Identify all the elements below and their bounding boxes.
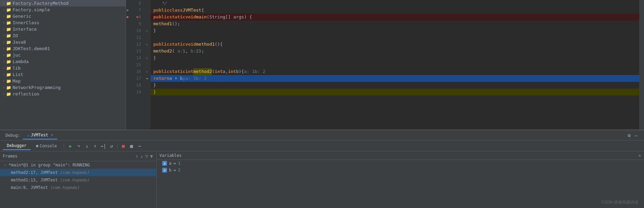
code-line-8[interactable]: public static void main(String[] args) { xyxy=(151,14,639,20)
minimize-icon[interactable]: — xyxy=(634,132,639,139)
toolbar-sep-2 xyxy=(117,143,118,149)
code-line-7[interactable]: public class JVMTest { xyxy=(151,7,639,14)
line-num-14: 14 xyxy=(126,55,143,61)
console-tab[interactable]: ▣ Console xyxy=(32,142,61,150)
debugger-tab[interactable]: Debugger xyxy=(3,142,31,150)
var-icon: p xyxy=(162,161,167,166)
vars-add-btn[interactable]: + xyxy=(639,153,641,158)
frame-item-f1[interactable]: ✓*main*@1 in group "main": RUNNING xyxy=(0,161,156,169)
variables-list: pa = 1pb = 2 xyxy=(157,160,644,208)
sidebar-item-interface[interactable]: ›📁Interface xyxy=(0,26,126,32)
run-error-icon: ▶ xyxy=(127,14,129,20)
sidebar-item-label: Java8 xyxy=(13,40,26,45)
step-over-btn[interactable]: ↷ xyxy=(75,142,82,150)
sidebar-item-factory-method[interactable]: ›📁Factory.FactoryMethod xyxy=(0,0,126,6)
folder-icon: 📁 xyxy=(6,79,11,84)
line-num-10: 10 xyxy=(126,27,143,34)
sidebar-item-io[interactable]: ›📁IO xyxy=(0,32,126,39)
top-section: ›📁Factory.FactoryMethod›📁Factory.simple›… xyxy=(0,0,644,130)
sidebar-item-label: Map xyxy=(13,78,20,84)
folder-icon: 📁 xyxy=(6,33,11,38)
sidebar-item-label: Factory.FactoryMethod xyxy=(13,1,68,6)
step-into-btn[interactable]: ↓ xyxy=(83,142,91,150)
more-options-btn[interactable]: ⋯ xyxy=(136,142,143,150)
gutter-row-10: ⊖ xyxy=(143,27,151,34)
arrow-icon: › xyxy=(3,1,5,5)
frame-item-f2[interactable]: method2:17, JVMTest (com.hspedu) xyxy=(0,169,156,176)
line-num-6: 6 xyxy=(126,0,143,7)
variables-title: Variables xyxy=(159,153,182,158)
code-line-6[interactable]: */ xyxy=(151,0,639,7)
line-num-19: 19 xyxy=(126,89,143,95)
variable-item-v2: pb = 2 xyxy=(157,167,644,174)
folder-icon: 📁 xyxy=(6,27,11,32)
sidebar-item-label: InnerClass xyxy=(13,20,39,25)
rerun-btn[interactable]: ↺ xyxy=(108,142,115,150)
close-tab-btn[interactable]: × xyxy=(51,133,53,137)
gutter-row-16: ⊖ xyxy=(143,68,151,75)
sidebar-item-label: IO xyxy=(13,33,18,38)
sidebar-item-innerclass[interactable]: ›📁InnerClass xyxy=(0,19,126,26)
debug-label: Debug: xyxy=(3,133,23,138)
gutter-row-15 xyxy=(143,61,151,68)
frame-item-f4[interactable]: main:9, JVMTest (com.hspedu) xyxy=(0,184,156,191)
code-line-9[interactable]: method1(); xyxy=(151,20,639,27)
folder-icon: 📁 xyxy=(6,14,11,19)
sidebar-item-generic[interactable]: ›📁Generic xyxy=(0,13,126,19)
editor-content: 6▶7▶❤8910111213141516171819 ⊖⊖⊖⊖→ */publ… xyxy=(126,0,644,130)
sidebar-item-lib[interactable]: ›📁lib xyxy=(0,65,126,71)
sidebar-item-map[interactable]: ›📁Map xyxy=(0,78,126,84)
sidebar-item-label: Lambda xyxy=(13,59,29,64)
frames-table-btn[interactable]: ▦ xyxy=(128,142,135,150)
code-line-15[interactable] xyxy=(151,61,639,68)
frames-header: Frames ↑ ↓ ▽ ▼ xyxy=(0,151,156,161)
code-area[interactable]: */public class JVMTest { public static v… xyxy=(151,0,639,130)
arrow-icon: › xyxy=(3,14,5,18)
sidebar-item-label: Factory.simple xyxy=(13,7,50,12)
gutter-row-9 xyxy=(143,20,151,27)
code-line-12[interactable]: public static void method1(){ xyxy=(151,41,639,48)
sidebar-item-factory-simple[interactable]: ›📁Factory.simple xyxy=(0,6,126,13)
sidebar-item-networkprogramming[interactable]: ›📁NetworkProgramming xyxy=(0,84,126,91)
stop-btn[interactable]: ■ xyxy=(120,142,127,150)
sidebar-item-reflection[interactable]: ›📁reflection xyxy=(0,91,126,97)
console-tab-label: Console xyxy=(40,144,57,148)
frame-nav: ↑ ↓ ▽ ▼ xyxy=(135,153,154,160)
settings-icon[interactable]: ⚙ xyxy=(627,132,631,139)
fold-marker: ⊖ xyxy=(146,56,148,60)
jvmtest-tab[interactable]: ☕ JVMTest × xyxy=(23,131,57,139)
frame-item-f3[interactable]: method1:13, JVMTest (com.hspedu) xyxy=(0,176,156,184)
run-icon: ▶ xyxy=(127,7,129,14)
code-line-18[interactable]: } xyxy=(151,82,639,89)
variables-panel: Variables + pa = 1pb = 2 xyxy=(157,151,644,208)
code-line-16[interactable]: public static int method2(int a,int b){ … xyxy=(151,68,639,75)
fold-marker: ⊖ xyxy=(146,70,148,74)
sidebar-item-lambda[interactable]: ›📁Lambda xyxy=(0,58,126,65)
code-line-13[interactable]: method2( a: 1, b: 2); xyxy=(151,48,639,55)
code-line-11[interactable] xyxy=(151,34,639,41)
frame-up-btn[interactable]: ↑ xyxy=(135,153,139,160)
arrow-icon: › xyxy=(3,79,5,83)
gutter-row-19 xyxy=(143,89,151,95)
run-to-cursor-btn[interactable]: →| xyxy=(99,142,107,150)
frame-expand-btn[interactable]: ▼ xyxy=(150,153,154,160)
sidebar-item-jdktest-demo01[interactable]: ›📁JDKTest.demo01 xyxy=(0,45,126,52)
resume-btn[interactable]: ▶ xyxy=(67,142,74,150)
code-line-14[interactable]: } xyxy=(151,55,639,61)
code-line-17[interactable]: return a + b; a: 1 b: 2 xyxy=(151,75,639,82)
step-out-btn[interactable]: ↑ xyxy=(91,142,99,150)
code-line-10[interactable]: } xyxy=(151,27,639,34)
frame-down-btn[interactable]: ↓ xyxy=(140,153,144,160)
sidebar-item-java8[interactable]: ›📁Java8 xyxy=(0,39,126,45)
line-num-17: 17 xyxy=(126,75,143,82)
sidebar-item-juc[interactable]: ›📁juc xyxy=(0,52,126,58)
code-line-19[interactable]: } xyxy=(151,89,639,95)
sidebar-item-list[interactable]: ›📁List xyxy=(0,71,126,78)
frame-filter-btn[interactable]: ▽ xyxy=(144,153,149,160)
line-num-8: ▶❤8 xyxy=(126,14,143,20)
sidebar-item-label: Interface xyxy=(13,27,36,32)
gutter-row-7 xyxy=(143,7,151,14)
main-container: ›📁Factory.FactoryMethod›📁Factory.simple›… xyxy=(0,0,644,208)
check-icon: ✓ xyxy=(4,163,6,167)
folder-icon: 📁 xyxy=(6,92,11,96)
